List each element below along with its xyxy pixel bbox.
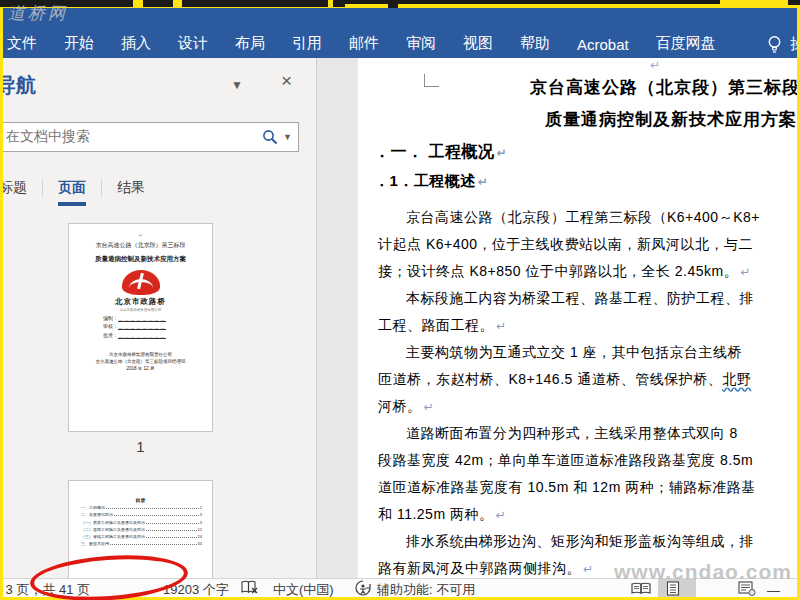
tab-mailings[interactable]: 邮件 — [349, 34, 379, 53]
page-thumbnail-1[interactable]: ↵ 京台高速公路（北京段）第三标段 质量通病控制及新技术应用方案 北京市政路桥 … — [68, 223, 213, 432]
titlebar-fragment — [182, 0, 328, 7]
doc-body-line: 本标段施工内容为桥梁工程、路基工程、防护工程、排 — [406, 290, 754, 308]
ribbon-tab-strip: 文件 开始 插入 设计 布局 引用 邮件 审阅 视图 帮助 Acrobat 百度… — [7, 34, 716, 53]
tab-help[interactable]: 帮助 — [520, 34, 550, 53]
doc-body-line: 道匝道标准路基宽度有 10.5m 和 12m 两种；辅路标准路基 — [378, 479, 756, 497]
toc-row: 三、新技术应用34 — [81, 541, 202, 546]
document-search-box[interactable]: 在文档中搜索 ▼ — [3, 122, 299, 152]
search-options-chevron-icon[interactable]: ▼ — [283, 132, 292, 142]
zoom-out-button[interactable]: — — [767, 583, 780, 597]
main-area: 导航 ▼ × 在文档中搜索 ▼ 标题 页面 — [3, 58, 797, 578]
doc-body-line: 计起点 K6+400，位于主线收费站以南，新凤河以北，与二 — [378, 236, 753, 254]
toc-row: （一）桥梁工程施工质量通病及防治3 — [81, 520, 202, 525]
navigation-pane: 导航 ▼ × 在文档中搜索 ▼ 标题 页面 — [3, 58, 317, 578]
titlebar-fragment — [333, 0, 345, 7]
screenshot-frame: 文件 开始 插入 设计 布局 引用 邮件 审阅 视图 帮助 Acrobat 百度… — [0, 0, 800, 600]
toc-row: （三）管线工程施工质量通病及防治24 — [81, 534, 202, 539]
tab-references[interactable]: 引用 — [292, 34, 322, 53]
nav-pane-dropdown-icon[interactable]: ▼ — [231, 78, 243, 92]
document-canvas-margin — [317, 58, 358, 578]
doc-body-line: 河桥。↵ — [378, 398, 434, 416]
thumb-fill-line: 批准：＿＿＿＿＿＿＿＿ — [103, 332, 212, 338]
doc-body-line: 京台高速公路（北京段）工程第三标段（K6+400～K8+ — [406, 209, 760, 227]
doc-body-line: 和 11.25m 两种。↵ — [378, 506, 506, 524]
tab-design[interactable]: 设计 — [178, 34, 208, 53]
zoom-slider-fragment[interactable]: _ — [789, 583, 796, 597]
company-logo — [122, 270, 160, 295]
navigation-pane-title: 导航 — [3, 72, 36, 99]
thumb-footer3: 2018 年 12 月 — [69, 366, 212, 371]
watermark-daoqiao: 道桥网 — [8, 2, 68, 25]
thumb-footer1: 北京市政路桥集团有限责任公司 — [69, 352, 212, 357]
thumb-toc-heading: 目录 — [69, 497, 212, 503]
tab-review[interactable]: 审阅 — [406, 34, 436, 53]
document-page[interactable]: ↵ 京台高速公路（北京段）第三标段↵ 质量通病控制及新技术应用方案↵ ．一． 工… — [358, 58, 797, 578]
doc-body-line: 接；设计终点 K8+850 位于中郭路以北，全长 2.45km。↵ — [378, 263, 751, 281]
paragraph-mark: ↵ — [650, 58, 660, 72]
tab-insert[interactable]: 插入 — [121, 34, 151, 53]
thumb-fill-line: 审核：＿＿＿＿＿＿＿＿ — [103, 323, 212, 329]
thumb-fill-line: 编制：＿＿＿＿＿＿＿＿ — [103, 315, 212, 321]
titlebar-fragment — [345, 0, 720, 4]
word-window: 文件 开始 插入 设计 布局 引用 邮件 审阅 视图 帮助 Acrobat 百度… — [3, 8, 797, 597]
nav-pane-tabs: 标题 页面 结果 — [3, 170, 316, 206]
doc-title-line-1: 京台高速公路（北京段）第三标段↵ — [530, 76, 797, 99]
nav-tab-pages[interactable]: 页面 — [56, 173, 88, 203]
tell-me-search[interactable]: 操 — [767, 35, 797, 54]
tab-acrobat[interactable]: Acrobat — [577, 36, 629, 53]
thumb-cover-title2: 质量通病控制及新技术应用方案 — [69, 255, 212, 264]
doc-body-line: 路有新凤河及中郭路两侧排沟。↵ — [378, 560, 594, 578]
tab-separator — [42, 179, 43, 197]
lightbulb-icon — [767, 35, 782, 54]
toc-row: 一、工程概况2 — [81, 505, 202, 510]
tab-separator — [101, 179, 102, 197]
doc-body-line: 匝道桥，东赵村桥、K8+146.5 通道桥、管线保护桥、北野 — [378, 371, 751, 389]
doc-body-line: 工程、路面工程。↵ — [378, 317, 507, 335]
tab-layout[interactable]: 布局 — [235, 34, 265, 53]
page-margin-corner-mark — [424, 74, 439, 87]
thumb-cover-title1: 京台高速公路（北京段）第三标段 — [69, 241, 212, 250]
nav-tab-headings[interactable]: 标题 — [3, 173, 29, 203]
thumb-logo-sub: 北京市政路桥集团有限公司 — [69, 308, 212, 312]
accessibility-status[interactable]: 辅助功能: 不可用 — [377, 581, 475, 597]
doc-body-line: 排水系统由梯形边沟、矩形沟和矩形盖板沟等组成，排 — [406, 533, 754, 551]
titlebar-fragment — [143, 0, 173, 7]
language-indicator[interactable]: 中文(中国) — [273, 581, 334, 597]
tab-view[interactable]: 视图 — [463, 34, 493, 53]
thumb-footer2: 京台高速公路（北京段）第三标段项目经理部 — [69, 359, 212, 364]
doc-body-line: 主要构筑物为互通式立交 1 座，其中包括京台主线桥 — [406, 344, 742, 362]
tab-home[interactable]: 开始 — [64, 34, 94, 53]
toc-row: （二）道路工程施工质量通病及防治12 — [81, 527, 202, 532]
thumbnail-1-page-number: 1 — [68, 438, 213, 455]
watermark-cndao: www.cndao.com — [614, 560, 792, 584]
doc-title-line-2: 质量通病控制及新技术应用方案↵ — [545, 108, 797, 131]
toc-row: 二、质量通病防治3 — [81, 512, 202, 517]
spellcheck-flagged-text: 北野 — [722, 371, 751, 387]
doc-body-line: 段路基宽度 42m；单向单车道匝道标准路段路基宽度 8.5m — [378, 452, 753, 470]
search-icon[interactable] — [262, 129, 278, 145]
proofing-errors-icon[interactable] — [241, 580, 258, 595]
accessibility-icon — [355, 580, 372, 596]
tab-baidu-netdisk[interactable]: 百度网盘 — [656, 34, 716, 53]
tell-me-label: 操 — [790, 35, 797, 54]
titlebar-fragment — [788, 0, 800, 5]
doc-heading-2: ．1．工程概述↵ — [374, 172, 488, 191]
nav-tab-results[interactable]: 结果 — [115, 173, 147, 203]
search-placeholder: 在文档中搜索 — [3, 128, 262, 146]
doc-body-line: 道路断面布置分为四种形式，主线采用整体式双向 8 — [406, 425, 738, 443]
nav-pane-close-icon[interactable]: × — [281, 70, 292, 92]
tab-file[interactable]: 文件 — [7, 34, 37, 53]
thumb-logo-name: 北京市政路桥 — [69, 297, 212, 307]
doc-heading-1: ．一． 工程概况↵ — [374, 142, 507, 163]
ribbon-bar: 文件 开始 插入 设计 布局 引用 邮件 审阅 视图 帮助 Acrobat 百度… — [3, 8, 797, 58]
